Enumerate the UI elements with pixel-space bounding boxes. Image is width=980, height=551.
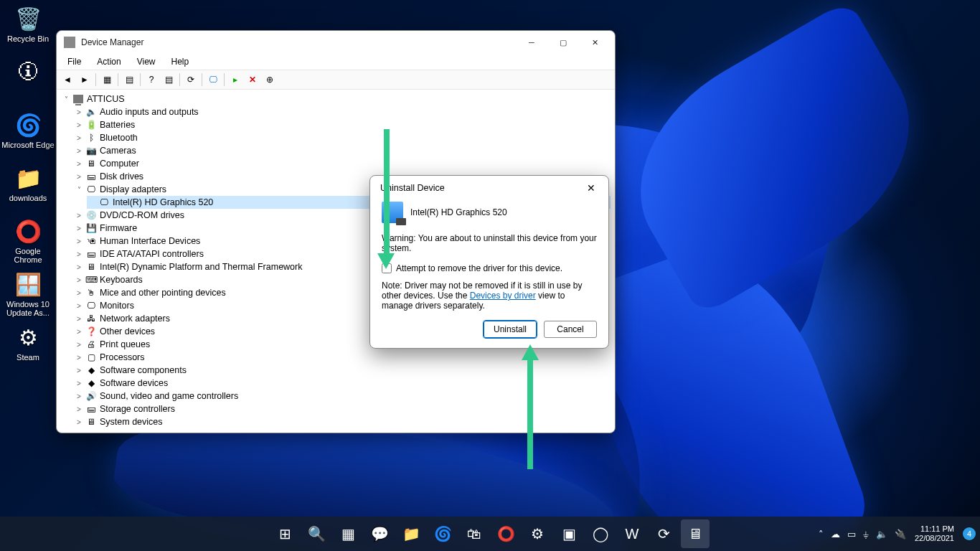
wifi-icon[interactable]: ⏚ — [863, 529, 869, 540]
taskbar-store[interactable]: 🛍 — [460, 519, 489, 548]
device-name: Intel(R) HD Graphics 520 — [410, 207, 507, 217]
uninstall-device-dialog: Uninstall Device ✕ Intel(R) HD Graphics … — [369, 175, 609, 349]
dialog-title: Uninstall Device — [380, 183, 445, 193]
desktop-icons: 🗑️Recycle Bin🛈🌀Microsoft Edge📁downloads⭕… — [1, 1, 55, 373]
clock[interactable]: 11:11 PM 22/08/2021 — [915, 524, 954, 543]
taskbar-nvidia[interactable]: ▣ — [555, 519, 583, 548]
onedrive-icon[interactable]: ☁ — [831, 529, 840, 540]
app-icon — [64, 37, 75, 48]
properties-button[interactable]: ▤ — [121, 72, 137, 88]
menu-action[interactable]: Action — [90, 55, 127, 68]
cancel-button[interactable]: Cancel — [544, 321, 597, 338]
note-text: Note: Driver may not be removed if it is… — [382, 281, 597, 311]
enable-button[interactable]: ▸ — [227, 72, 243, 88]
tree-category[interactable]: >🔈Audio inputs and outputs — [74, 105, 611, 118]
taskbar-opera[interactable]: ◯ — [586, 519, 615, 548]
uninstall-button[interactable]: Uninstall — [484, 321, 537, 338]
add-legacy-button[interactable]: ⊕ — [262, 72, 278, 88]
forward-button[interactable]: ► — [77, 72, 93, 88]
back-button[interactable]: ◄ — [60, 72, 75, 88]
update-driver-button[interactable]: ⟳ — [183, 72, 199, 88]
steam-icon: ⚙ — [14, 323, 42, 352]
volume-icon[interactable]: 🔈 — [876, 529, 887, 540]
desktop-icon-downloads[interactable]: 📁downloads — [1, 161, 55, 214]
taskbar-chrome[interactable]: ⭕ — [491, 519, 520, 548]
taskbar-settings[interactable]: ⚙ — [523, 519, 552, 548]
notification-badge[interactable]: 4 — [963, 527, 976, 540]
menu-view[interactable]: View — [131, 55, 162, 68]
battery-icon[interactable]: ▭ — [847, 529, 856, 540]
uninstall-button[interactable]: ✕ — [245, 72, 260, 88]
desktop-icon-hwinfo[interactable]: 🛈 — [1, 55, 55, 108]
taskbar-word[interactable]: W — [618, 519, 646, 548]
tree-category[interactable]: >▢Processors — [74, 351, 611, 364]
tree-category[interactable]: >🖥Computer — [74, 157, 611, 170]
remove-driver-checkbox-row[interactable]: Attempt to remove the driver for this de… — [382, 263, 597, 273]
dialog-titlebar[interactable]: Uninstall Device ✕ — [370, 176, 608, 200]
chrome-icon: ⭕ — [14, 217, 42, 245]
taskbar-edge[interactable]: 🌀 — [428, 519, 457, 548]
desktop-icon-chrome[interactable]: ⭕Google Chrome — [1, 214, 55, 267]
help-button[interactable]: ? — [143, 72, 159, 88]
taskbar-chat[interactable]: 💬 — [365, 519, 394, 548]
win10-update-icon: 🪟 — [14, 270, 42, 298]
taskbar-center: ⊞🔍▦💬📁🌀🛍⭕⚙▣◯W⟳🖥 — [270, 519, 710, 548]
scan-button[interactable]: 🖵 — [205, 72, 221, 88]
tree-category[interactable]: >🔊Sound, video and game controllers — [74, 390, 611, 402]
desktop-icon-win10-update[interactable]: 🪟Windows 10 Update As... — [1, 267, 55, 320]
taskbar: ⊞🔍▦💬📁🌀🛍⭕⚙▣◯W⟳🖥 ˄ ☁ ▭ ⏚ 🔈 🔌 11:11 PM 22/0… — [0, 517, 980, 551]
taskbar-steam[interactable]: ⟳ — [649, 519, 678, 548]
tree-root[interactable]: ˅ATTICUS — [61, 93, 611, 105]
window-title: Device Manager — [81, 37, 143, 47]
power-icon[interactable]: 🔌 — [895, 529, 906, 540]
taskbar-explorer[interactable]: 📁 — [397, 519, 425, 548]
taskbar-search[interactable]: 🔍 — [302, 519, 331, 548]
menu-help[interactable]: Help — [165, 55, 196, 68]
tree-category[interactable]: >🖥System devices — [74, 415, 611, 428]
tree-category[interactable]: >ᛒBluetooth — [74, 131, 611, 144]
system-tray[interactable]: ˄ ☁ ▭ ⏚ 🔈 🔌 11:11 PM 22/08/2021 4 — [819, 524, 976, 543]
edge-icon: 🌀 — [14, 110, 42, 139]
view-button[interactable]: ▤ — [161, 72, 176, 88]
toolbar: ◄ ► ▦ ▤ ? ▤ ⟳ 🖵 ▸ ✕ ⊕ — [57, 70, 615, 90]
desktop-icon-edge[interactable]: 🌀Microsoft Edge — [1, 108, 55, 161]
remove-driver-checkbox[interactable] — [382, 263, 392, 273]
show-hidden-button[interactable]: ▦ — [99, 72, 115, 88]
hwinfo-icon: 🛈 — [14, 57, 42, 86]
maximize-button[interactable]: ▢ — [547, 31, 579, 54]
tree-category[interactable]: >📷Cameras — [74, 144, 611, 157]
desktop-icon-recycle-bin[interactable]: 🗑️Recycle Bin — [1, 1, 55, 55]
tray-chevron-icon[interactable]: ˄ — [819, 529, 824, 540]
tree-category[interactable]: >◆Software components — [74, 364, 611, 377]
devices-by-driver-link[interactable]: Devices by driver — [470, 291, 536, 301]
tree-category[interactable]: >◆Software devices — [74, 377, 611, 390]
menu-file[interactable]: File — [61, 55, 88, 68]
device-icon — [382, 202, 403, 223]
close-button[interactable]: ✕ — [579, 31, 611, 54]
taskbar-start[interactable]: ⊞ — [270, 519, 299, 548]
tree-category[interactable]: >🔋Batteries — [74, 118, 611, 131]
menubar: FileActionViewHelp — [57, 54, 615, 70]
tree-category[interactable]: >🖴Storage controllers — [74, 402, 611, 415]
taskbar-taskview[interactable]: ▦ — [334, 519, 362, 548]
downloads-icon: 📁 — [14, 164, 42, 192]
warning-text: Warning: You are about to uninstall this… — [382, 233, 597, 253]
desktop-icon-steam[interactable]: ⚙Steam — [1, 320, 55, 373]
minimize-button[interactable]: ─ — [516, 31, 547, 54]
recycle-bin-icon: 🗑️ — [14, 4, 42, 33]
titlebar[interactable]: Device Manager ─ ▢ ✕ — [57, 31, 615, 54]
taskbar-devmgr[interactable]: 🖥 — [681, 519, 710, 548]
dialog-close-button[interactable]: ✕ — [577, 177, 606, 199]
remove-driver-label: Attempt to remove the driver for this de… — [396, 263, 562, 273]
